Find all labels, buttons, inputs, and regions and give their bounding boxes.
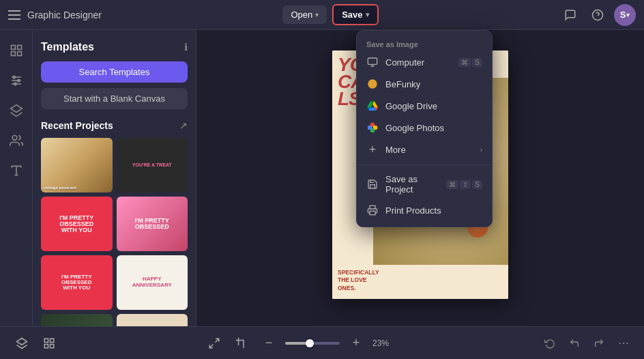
project-thumb-4[interactable]: I'M PRETTYOBSESSED — [117, 197, 188, 251]
nav-layers-icon[interactable] — [4, 98, 29, 123]
header-left: Graphic Designer — [8, 10, 102, 20]
dropdown-item-befunky[interactable]: BeFunky — [357, 73, 492, 95]
nav-adjust-icon[interactable] — [4, 68, 29, 93]
google-drive-icon — [366, 100, 379, 112]
save-chevron: ▾ — [366, 11, 369, 18]
project-thumb-8[interactable]: craft — [117, 314, 188, 326]
save-label: Save — [342, 10, 362, 20]
history-button[interactable] — [540, 334, 559, 353]
save-dropdown-menu: Save as Image Computer ⌘S BeFunky — [356, 30, 493, 227]
svg-line-20 — [216, 339, 219, 342]
open-chevron: ▾ — [315, 11, 319, 18]
fit-screen-button[interactable] — [203, 332, 225, 354]
avatar[interactable]: S ▾ — [614, 4, 636, 26]
project-grid: vintage postcard YOU'RE A TREAT I'M PRET… — [41, 138, 188, 326]
open-button[interactable]: Open ▾ — [282, 5, 327, 24]
zoom-in-button[interactable]: + — [345, 332, 367, 354]
more-chevron: › — [480, 146, 482, 154]
bottom-bar-left — [11, 332, 60, 354]
grid-tool-button[interactable] — [38, 332, 60, 354]
project-thumb-5[interactable]: I'M PRETTYOBSESSEDWITH YOU — [41, 255, 113, 310]
recent-projects-header: Recent Projects ↗ — [41, 120, 188, 131]
project-thumb-3[interactable]: I'M PRETTYOBSESSEDWITH YOU — [41, 197, 113, 251]
save-project-icon — [366, 178, 379, 190]
svg-rect-16 — [44, 339, 48, 342]
nav-people-icon[interactable] — [4, 128, 29, 153]
project-thumb-6[interactable]: HappyAnniversary — [117, 255, 188, 310]
project-thumb-1[interactable]: vintage postcard — [41, 138, 113, 192]
messages-icon[interactable] — [559, 4, 581, 26]
sidebar: Templates ℹ Search Templates Start with … — [33, 30, 196, 326]
dropdown-section-label: Save as Image — [357, 36, 492, 51]
dropdown-item-more[interactable]: + More › — [357, 139, 492, 160]
main-body: Templates ℹ Search Templates Start with … — [0, 30, 644, 326]
undo-button[interactable] — [565, 334, 584, 353]
zoom-slider[interactable] — [285, 342, 340, 345]
svg-point-9 — [17, 79, 19, 81]
app-header: Graphic Designer Open ▾ Save ▾ S ▾ — [0, 0, 644, 30]
sidebar-title: Templates — [41, 41, 94, 53]
svg-marker-11 — [10, 105, 22, 113]
svg-marker-15 — [17, 338, 27, 345]
svg-rect-3 — [11, 52, 15, 56]
info-icon[interactable]: ℹ — [184, 42, 188, 53]
header-right: S ▾ — [559, 4, 636, 26]
project-thumb-2[interactable]: YOU'RE A TREAT — [117, 138, 188, 192]
dropdown-item-print-products[interactable]: Print Products — [357, 199, 492, 221]
layers-tool-button[interactable] — [11, 332, 33, 354]
zoom-out-button[interactable]: − — [258, 332, 280, 354]
more-options-button[interactable]: ⋯ — [614, 334, 633, 353]
menu-icon[interactable] — [8, 10, 20, 20]
svg-point-10 — [14, 83, 16, 85]
more-icon: + — [366, 143, 379, 156]
sidebar-header: Templates ℹ — [41, 41, 188, 53]
dropdown-item-save-project[interactable]: Save as Project ⌘⇧S — [357, 169, 492, 199]
bottom-bar-center: − + 23% — [203, 332, 397, 354]
bottom-bar: − + 23% ⋯ — [0, 326, 644, 359]
open-label: Open — [291, 10, 312, 20]
nav-templates-icon[interactable] — [4, 38, 29, 63]
svg-rect-18 — [44, 344, 48, 347]
blank-canvas-button[interactable]: Start with a Blank Canvas — [41, 88, 188, 109]
dropdown-item-google-photos[interactable]: Google Photos — [357, 117, 492, 139]
help-icon[interactable] — [587, 4, 609, 26]
nav-text-icon[interactable] — [4, 158, 29, 183]
external-link-icon[interactable]: ↗ — [179, 120, 188, 131]
project-thumb-7[interactable]: nature — [41, 314, 113, 326]
computer-shortcut: ⌘S — [458, 58, 482, 67]
google-photos-icon — [366, 121, 379, 134]
redo-button[interactable] — [589, 334, 609, 353]
svg-point-12 — [12, 136, 17, 141]
dropdown-divider — [357, 164, 492, 165]
svg-rect-2 — [17, 46, 21, 50]
svg-point-8 — [13, 76, 15, 78]
print-icon — [366, 204, 379, 216]
zoom-percentage: 23% — [372, 339, 397, 348]
svg-rect-19 — [50, 344, 54, 347]
header-center: Open ▾ Save ▾ — [282, 4, 378, 25]
icon-nav — [0, 30, 33, 326]
save-button[interactable]: Save ▾ — [332, 4, 378, 25]
recent-title: Recent Projects — [41, 120, 113, 131]
save-project-shortcut: ⌘⇧S — [446, 180, 482, 189]
svg-rect-30 — [370, 211, 375, 214]
svg-rect-4 — [17, 52, 21, 56]
svg-rect-17 — [50, 339, 54, 342]
svg-rect-22 — [368, 58, 377, 64]
svg-point-25 — [368, 79, 377, 88]
bottom-bar-right: ⋯ — [540, 334, 633, 353]
svg-line-21 — [209, 344, 213, 347]
app-title: Graphic Designer — [27, 10, 102, 20]
befunky-icon — [366, 78, 379, 90]
crop-button[interactable] — [231, 332, 252, 354]
monitor-icon — [366, 56, 379, 68]
search-templates-button[interactable]: Search Templates — [41, 61, 188, 83]
svg-rect-1 — [11, 46, 15, 50]
dropdown-item-computer[interactable]: Computer ⌘S — [357, 51, 492, 73]
dropdown-item-google-drive[interactable]: Google Drive — [357, 95, 492, 117]
svg-point-29 — [368, 126, 372, 130]
